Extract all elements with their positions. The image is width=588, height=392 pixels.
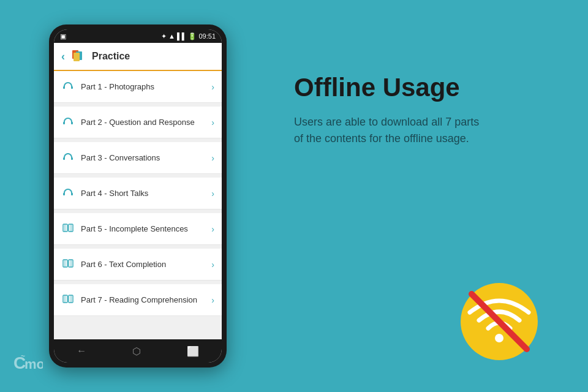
app-header: ‹ Practice [54,43,222,71]
status-left: ▣ [60,32,66,40]
feature-title: Offline Usage [294,74,551,102]
logo: C mo ~ [12,345,43,380]
svg-rect-9 [63,193,65,195]
phone-screen: ▣ ✦ ▲ ▌▌ 🔋 09:51 ‹ Pract [54,29,222,363]
list-item-label: Part 7 - Reading Comprehension [81,295,205,304]
chevron-right-icon: › [211,189,214,198]
list-item-label: Part 2 - Question and Response [81,118,205,127]
list-item[interactable]: Part 7 - Reading Comprehension › [54,284,222,316]
list-content: Part 1 - Photographs › Part 2 - Question… [54,71,222,339]
list-item[interactable]: Part 4 - Short Talks › [54,178,222,209]
signal-icon: ▌▌ [177,32,187,40]
svg-rect-3 [63,86,65,89]
svg-rect-10 [71,193,73,195]
svg-rect-6 [71,122,73,124]
feature-description: Users are able to download all 7 parts o… [294,114,490,147]
list-item[interactable]: Part 1 - Photographs › [54,71,222,103]
bluetooth-icon: ✦ [161,32,167,40]
svg-text:mo: mo [24,356,43,372]
status-icon: ▣ [60,32,66,40]
list-item-label: Part 5 - Incomplete Sentences [81,224,205,233]
list-item[interactable]: Part 5 - Incomplete Sentences › [54,213,222,245]
svg-rect-2 [74,53,80,61]
phone-frame: ▣ ✦ ▲ ▌▌ 🔋 09:51 ‹ Pract [49,24,227,368]
chevron-right-icon: › [211,260,214,270]
list-item-label: Part 6 - Text Completion [81,260,205,269]
status-right: ✦ ▲ ▌▌ 🔋 09:51 [161,32,216,40]
headphone-icon [61,153,75,164]
svg-point-24 [495,334,503,342]
chevron-right-icon: › [211,118,214,127]
right-content: Offline Usage Users are able to download… [294,74,551,147]
nav-bar: ← ⬡ ⬜ [54,339,222,363]
phone-mockup: ▣ ✦ ▲ ▌▌ 🔋 09:51 ‹ Pract [49,24,227,368]
status-bar: ▣ ✦ ▲ ▌▌ 🔋 09:51 [54,29,222,43]
battery-icon: 🔋 [188,32,197,40]
back-button[interactable]: ‹ [61,50,65,63]
chevron-right-icon: › [211,153,214,163]
svg-rect-7 [63,157,65,160]
headphone-icon [61,188,75,199]
list-item[interactable]: Part 3 - Conversations › [54,142,222,174]
list-item-label: Part 1 - Photographs [81,82,205,91]
book-icon [61,295,75,306]
headphone-icon [61,117,75,128]
svg-rect-8 [71,157,73,160]
recent-nav-button[interactable]: ⬜ [187,345,199,357]
svg-rect-5 [63,122,65,124]
svg-text:~: ~ [21,352,25,361]
chevron-right-icon: › [211,295,214,305]
book-icon [61,224,75,235]
svg-rect-4 [71,86,73,89]
app-title: Practice [92,51,130,62]
list-item-label: Part 3 - Conversations [81,153,205,162]
book-icon [61,259,75,270]
chevron-right-icon: › [211,224,214,234]
offline-wifi-icon [459,282,539,361]
home-nav-button[interactable]: ⬡ [132,345,141,357]
list-item[interactable]: Part 6 - Text Completion › [54,249,222,281]
list-item-label: Part 4 - Short Talks [81,189,205,198]
back-nav-button[interactable]: ← [77,345,86,356]
app-logo-icon [70,48,87,65]
headphone-icon [61,81,75,92]
list-item[interactable]: Part 2 - Question and Response › [54,107,222,138]
wifi-icon: ▲ [168,32,175,40]
chevron-right-icon: › [211,82,214,92]
time-display: 09:51 [198,32,216,40]
